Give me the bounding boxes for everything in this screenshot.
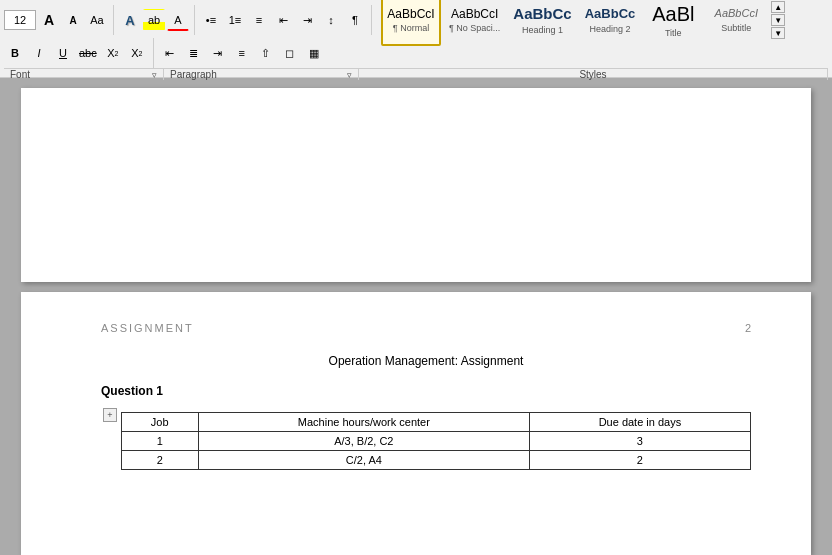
table-header-row: Job Machine hours/work center Due date i… [121,412,750,431]
styles-scroll[interactable]: ▲ ▼ ▼ [771,1,785,39]
underline-btn[interactable]: U [52,42,74,64]
bold-btn[interactable]: B [4,42,26,64]
paragraph-section-label: Paragraph ▿ [164,69,359,80]
change-case-btn[interactable]: Aa [86,9,108,31]
toolbar-row1: 12 A A Aa A ab A •≡ 1≡ ≡ ⇤ ⇥ ↕ ¶ AaBbCcI… [4,2,828,38]
document-area: ASSIGNMENT 2 Operation Management: Assig… [0,78,832,555]
divider3 [371,5,372,35]
table-row: 2C/2, A42 [121,450,750,469]
page-1[interactable] [21,88,811,282]
increase-indent-btn[interactable]: ⇥ [296,9,318,31]
style-title-label: Title [665,28,682,38]
numbering-btn[interactable]: 1≡ [224,9,246,31]
table-cell: 2 [529,450,750,469]
styles-section-label: Styles [359,69,828,80]
paragraph-section-expand[interactable]: ▿ [347,70,352,80]
style-subtitle-label: Subtitle [721,23,751,33]
divider4 [153,38,154,68]
multilevel-btn[interactable]: ≡ [248,9,270,31]
font-color-btn[interactable]: A [167,9,189,31]
page-2[interactable]: ASSIGNMENT 2 Operation Management: Assig… [21,292,811,555]
col-job: Job [121,412,198,431]
align-left-btn[interactable]: ⇤ [159,42,181,64]
data-table: Job Machine hours/work center Due date i… [121,412,751,470]
font-section-expand[interactable]: ▿ [152,70,157,80]
decrease-indent-btn[interactable]: ⇤ [272,9,294,31]
table-container: + Job Machine hours/work center Due date… [101,408,751,470]
style-normal-preview: AaBbCcI [387,7,434,21]
font-size-input[interactable]: 12 [4,10,36,30]
justify-btn[interactable]: ≡ [231,42,253,64]
superscript-btn[interactable]: X2 [126,42,148,64]
style-nospace-label: ¶ No Spaci... [449,23,500,33]
shrink-font-btn[interactable]: A [62,9,84,31]
font-section-label: Font ▿ [4,69,164,80]
toolbar-section-labels: Font ▿ Paragraph ▿ Styles [4,68,828,80]
table-row: 1A/3, B/2, C23 [121,431,750,450]
highlight-btn[interactable]: ab [143,9,165,31]
styles-scroll-down[interactable]: ▼ [771,14,785,26]
page-header: ASSIGNMENT 2 [101,322,751,334]
page-number: 2 [745,322,751,334]
grow-font-btn[interactable]: A [38,9,60,31]
style-title-preview: AaBl [652,2,694,26]
table-cell: A/3, B/2, C2 [198,431,529,450]
strikethrough-btn[interactable]: abc [76,42,100,64]
page-title: Operation Management: Assignment [101,354,751,368]
table-cell: 1 [121,431,198,450]
subscript-btn[interactable]: X2 [102,42,124,64]
borders-btn[interactable]: ▦ [303,42,325,64]
align-center-btn[interactable]: ≣ [183,42,205,64]
italic-btn[interactable]: I [28,42,50,64]
pilcrow-btn[interactable]: ¶ [344,9,366,31]
col-due-date: Due date in days [529,412,750,431]
question-heading: Question 1 [101,384,751,398]
divider1 [113,5,114,35]
table-anchor[interactable]: + [103,408,117,422]
styles-scroll-up[interactable]: ▲ [771,1,785,13]
style-normal-label: ¶ Normal [393,23,429,33]
style-h1-preview: AaBbCc [513,5,571,23]
bullets-btn[interactable]: •≡ [200,9,222,31]
table-cell: 3 [529,431,750,450]
style-h2-label: Heading 2 [589,24,630,34]
line-spacing-btn[interactable]: ⇧ [255,42,277,64]
page-header-text: ASSIGNMENT [101,322,194,334]
toolbar: 12 A A Aa A ab A •≡ 1≡ ≡ ⇤ ⇥ ↕ ¶ AaBbCcI… [0,0,832,78]
align-right-btn[interactable]: ⇥ [207,42,229,64]
style-nospace-preview: AaBbCcI [451,7,498,21]
style-h1-label: Heading 1 [522,25,563,35]
table-cell: 2 [121,450,198,469]
style-h2-preview: AaBbCc [585,6,636,22]
sort-btn[interactable]: ↕ [320,9,342,31]
col-machine-hours: Machine hours/work center [198,412,529,431]
style-subtitle-preview: AaBbCcI [715,7,758,20]
shading-btn[interactable]: ◻ [279,42,301,64]
text-effects-btn[interactable]: A [119,9,141,31]
divider2 [194,5,195,35]
table-cell: C/2, A4 [198,450,529,469]
toolbar-row2: B I U abc X2 X2 ⇤ ≣ ⇥ ≡ ⇧ ◻ ▦ [4,38,828,68]
